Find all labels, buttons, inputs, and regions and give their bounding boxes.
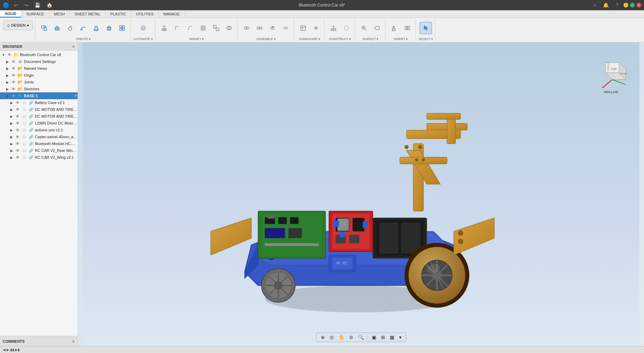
caster-visibility[interactable]: 👁 — [15, 134, 20, 140]
dc-motor-expand[interactable]: ▶ — [10, 108, 14, 112]
tab-utilities[interactable]: UTILITIES — [131, 10, 159, 17]
modify-label[interactable]: MODIFY ▾ — [189, 37, 204, 41]
viewport[interactable]: HC-05 — [78, 42, 644, 346]
l298n-visibility[interactable]: 👁 — [15, 120, 20, 126]
construct-label[interactable]: CONSTRUCT ▾ — [329, 37, 351, 41]
rc-rear-expand[interactable]: ▶ — [10, 149, 14, 153]
battery-case-expand[interactable]: ▶ — [10, 101, 14, 105]
joints-expand[interactable]: ▶ — [5, 80, 10, 84]
insert-label[interactable]: INSERT ▾ — [394, 37, 408, 41]
vp-view-button[interactable]: ▦ — [388, 334, 396, 341]
maximize-button[interactable]: □ — [630, 3, 635, 8]
save-button[interactable]: 💾 — [33, 2, 42, 9]
tree-dc-motor-tire[interactable]: ▶ 👁 □ 🔗 DC MOTOR AND TIRE v4:1 — [0, 106, 78, 113]
tree-joints[interactable]: ▶ 👁 📂 Joints — [0, 79, 78, 86]
vp-more-button[interactable]: ▾ — [397, 334, 403, 341]
tree-root[interactable]: ▼ 👁 📁 Bluetooth Control Car v8 — [0, 51, 78, 58]
inspect-btn2[interactable] — [371, 22, 383, 34]
caster-expand[interactable]: ▶ — [10, 135, 14, 139]
comments-add-button[interactable]: + — [72, 339, 75, 344]
automate-label[interactable]: AUTOMATE ▾ — [133, 37, 153, 41]
doc-settings-expand[interactable]: ▶ — [5, 60, 10, 64]
named-views-visibility[interactable]: 👁 — [11, 66, 16, 71]
home-button[interactable]: 🏠 — [45, 2, 54, 9]
base1-visibility[interactable]: 👁 — [11, 93, 16, 99]
tree-bluetooth[interactable]: ▶ 👁 □ 🔗 Bluetooth Module HC-05 v1:1 — [0, 140, 78, 147]
tab-manage[interactable]: MANAGE — [159, 10, 185, 17]
tree-caster[interactable]: ▶ 👁 □ 🔗 Caster-swivel-40mm_assem... — [0, 133, 78, 140]
sketches-expand[interactable]: ▶ — [5, 87, 10, 91]
notifications-button[interactable]: 🔔 — [601, 2, 610, 9]
close-button[interactable]: ✕ — [636, 3, 641, 8]
arduino-visibility[interactable]: 👁 — [15, 127, 20, 133]
insert-canvas-button[interactable] — [401, 22, 413, 34]
select-label[interactable]: SELECT ▾ — [419, 37, 433, 41]
tree-battery-case[interactable]: ▶ 👁 □ 🔗 Battery Case v2:1 — [0, 99, 78, 106]
insert-btn1[interactable] — [388, 22, 400, 34]
battery-case-visibility[interactable]: 👁 — [15, 100, 20, 105]
shell-button[interactable] — [197, 22, 209, 34]
rc-wing-expand[interactable]: ▶ — [10, 156, 14, 159]
l298n-expand[interactable]: ▶ — [10, 121, 14, 125]
vp-display-button[interactable]: ▣ — [370, 334, 378, 341]
tree-arduino[interactable]: ▶ 👁 □ 🔗 arduino uno v1:1 — [0, 127, 78, 133]
rigid-group-button[interactable] — [253, 22, 266, 34]
loft-button[interactable] — [90, 22, 102, 34]
joint-button[interactable] — [240, 22, 253, 34]
root-visibility[interactable]: 👁 — [6, 52, 12, 57]
tree-doc-settings[interactable]: ▶ 👁 ⚙ Document Settings — [0, 58, 78, 65]
origin-visibility[interactable]: 👁 — [11, 73, 16, 78]
create-label[interactable]: CREATE ▾ — [76, 37, 91, 41]
fillet-button[interactable] — [171, 22, 183, 34]
doc-settings-visibility[interactable]: 👁 — [11, 59, 16, 64]
box-button[interactable] — [103, 22, 115, 34]
more-create-button[interactable] — [116, 22, 128, 34]
vp-fit-button[interactable]: 🔍 — [356, 334, 366, 341]
bluetooth-visibility[interactable]: 👁 — [15, 141, 20, 146]
rc-wing-visibility[interactable]: 👁 — [15, 155, 20, 160]
extrude-button[interactable] — [51, 22, 63, 34]
inspect-label[interactable]: INSPECT ▾ — [363, 37, 378, 41]
tree-named-views[interactable]: ▶ 👁 📂 Named Views — [0, 65, 78, 72]
redo-button[interactable]: ↪ — [23, 2, 30, 9]
named-views-expand[interactable]: ▶ — [5, 67, 10, 70]
configure-label[interactable]: CONFIGURE ▾ — [299, 37, 320, 41]
dc-motor-visibility[interactable]: 👁 — [15, 107, 20, 112]
dc-motor-left-visibility[interactable]: 👁 — [15, 114, 20, 119]
scale-button[interactable] — [210, 22, 222, 34]
tab-surface[interactable]: SURFACE — [22, 10, 49, 17]
design-button[interactable]: ◇ DESIGN ▾ — [3, 21, 33, 30]
vp-pan-button[interactable]: ◎ — [328, 334, 336, 341]
base1-expand[interactable]: ▶ — [5, 94, 10, 98]
new-component-button[interactable] — [38, 22, 50, 34]
bluetooth-expand[interactable]: ▶ — [10, 142, 14, 146]
automate-btn1[interactable] — [137, 22, 149, 34]
vp-zoom-button[interactable]: ⊘ — [347, 334, 355, 341]
extend-button[interactable]: + — [592, 2, 598, 9]
rc-rear-visibility[interactable]: 👁 — [15, 148, 20, 153]
dc-motor-left-expand[interactable]: ▶ — [10, 115, 14, 118]
help-button[interactable]: ? — [614, 2, 620, 9]
tree-dc-motor-tire-left[interactable]: ▶ 👁 □ 🔗 DC MOTOR AND TIRE-LEFT v:... — [0, 113, 78, 120]
vp-hand-button[interactable]: ✋ — [337, 334, 346, 341]
motion-link-button[interactable] — [279, 22, 292, 34]
origin-expand[interactable]: ▶ — [5, 74, 10, 77]
minimize-button[interactable]: − — [623, 3, 628, 8]
assemble-label[interactable]: ASSEMBLE ▾ — [257, 37, 276, 41]
root-expand[interactable]: ▼ — [1, 53, 5, 57]
vp-orbit-button[interactable]: ⊕ — [319, 334, 327, 341]
construct-btn1[interactable] — [327, 22, 340, 34]
select-button[interactable] — [420, 22, 432, 34]
tab-sheet-metal[interactable]: SHEET METAL — [70, 10, 105, 17]
tree-base1[interactable]: ▶ 👁 🔷 BASE:1 ⏱ — [0, 92, 78, 99]
revolve-button[interactable] — [64, 22, 76, 34]
tab-solid[interactable]: SOLID — [0, 10, 22, 17]
inspect-btn1[interactable] — [358, 22, 370, 34]
tree-rc-rear-wing[interactable]: ▶ 👁 □ 🔗 RC CAR V2_Rear Wing v2:1 — [0, 147, 78, 154]
browser-add-button[interactable]: + — [72, 44, 75, 49]
configure-btn1[interactable] — [297, 22, 309, 34]
tree-sketches[interactable]: ▶ 👁 📂 Sketches — [0, 86, 78, 92]
sketches-visibility[interactable]: 👁 — [11, 86, 16, 92]
tab-plastic[interactable]: PLASTIC — [106, 10, 131, 17]
undo-button[interactable]: ↩ — [12, 2, 20, 9]
